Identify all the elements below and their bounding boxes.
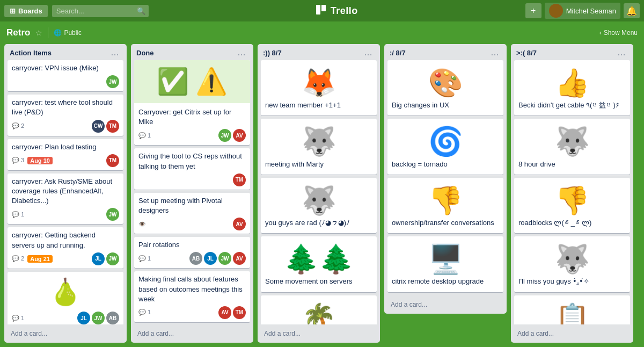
user-name: Mitchel Seaman — [566, 7, 616, 15]
card-members: AVTM — [218, 306, 246, 319]
list-header-positive: :)) 8/7… — [258, 44, 380, 60]
card-meta: 👁️AV — [138, 218, 246, 230]
table-row[interactable]: carryover: Getting backend servers up an… — [8, 227, 123, 268]
card-comment-count: 💬 3 — [12, 157, 24, 164]
table-row[interactable]: 🐺meeting with Marty — [261, 119, 377, 174]
add-card-button-meh[interactable]: Add a card... — [389, 299, 502, 310]
table-row[interactable]: 🎨Big changes in UX — [387, 60, 503, 115]
list-menu-button-meh[interactable]: … — [488, 48, 501, 57]
list-menu-button-positive[interactable]: … — [362, 48, 375, 57]
show-menu-button[interactable]: ‹ Show Menu — [599, 29, 638, 37]
list-title-negative: >:( 8/7 — [516, 49, 537, 57]
list-menu-button-action-items[interactable]: … — [108, 48, 121, 57]
list-title-done: Done — [136, 49, 154, 57]
card-emoji: 🎨 — [392, 63, 499, 100]
card-text: Pair rotations — [138, 240, 246, 250]
table-row[interactable]: Giving the tool to CS reps without talki… — [134, 148, 250, 189]
card-emoji: 🌴 — [265, 299, 372, 325]
card-comment-count: 💬 1 — [12, 315, 24, 322]
add-card-button-negative[interactable]: Add a card... — [515, 328, 629, 339]
table-row[interactable]: carryover: Plan load testing💬 3Aug 10TM — [8, 139, 123, 170]
card-emoji: 👎 — [518, 181, 626, 218]
table-row[interactable]: carryover: VPN issue (Mike)JW — [8, 60, 123, 91]
card-watch-icon: 👁️ — [138, 221, 146, 228]
card-comment-count: 💬 1 — [138, 255, 151, 262]
board-title: Retro — [6, 27, 30, 38]
add-card-button-done[interactable]: Add a card... — [135, 328, 249, 339]
table-row[interactable]: 👍Becki didn't get cable ٩(ఠ益ఠ)۶ — [514, 60, 630, 115]
list-menu-button-negative[interactable]: … — [615, 48, 628, 57]
card-emoji: 👍 — [518, 63, 626, 100]
list-title-action-items: Action Items — [10, 49, 52, 57]
table-row[interactable]: 🖥️citrix remote desktop upgrade — [387, 236, 503, 292]
card-members: JLJW — [92, 252, 119, 265]
table-row[interactable]: 🍐💬 1JLJWAB — [8, 272, 123, 324]
list-cards-action-items: carryover: VPN issue (Mike)JWcarryover: … — [4, 60, 127, 324]
card-meta: 💬 1JWAV — [138, 129, 246, 142]
card-members: TM — [233, 174, 246, 186]
table-row[interactable]: 🐺you guys are rad (ﾉ◕ヮ◕)ﾉ — [261, 178, 377, 233]
member-avatar-AV: AV — [233, 252, 246, 265]
add-button[interactable]: + — [525, 3, 541, 18]
search-input[interactable] — [52, 5, 149, 17]
member-avatar-JL: JL — [204, 252, 217, 265]
member-avatar-AV: AV — [233, 129, 246, 142]
card-text: carryover: test where tool should live (… — [12, 98, 119, 117]
table-row[interactable]: 🌀backlog = tornado — [387, 119, 503, 174]
card-text: carryover: Ask Rusty/SME about coverage … — [12, 177, 119, 206]
add-card-button-positive[interactable]: Add a card... — [262, 328, 376, 339]
table-row[interactable]: 🐺8 hour drive — [514, 119, 630, 174]
table-row[interactable]: 🐺I'll miss you guys •̀.̫•́✧ — [514, 236, 630, 292]
table-row[interactable]: ✅⚠️Carryover: get Citrix set up for Mike… — [134, 60, 250, 145]
board-header: Retro ☆ 🌐 Public ‹ Show Menu — [0, 21, 644, 44]
table-row[interactable]: 🌴vacation — [261, 295, 377, 325]
star-icon[interactable]: ☆ — [35, 28, 42, 37]
table-row[interactable]: 🌲🌲Some movement on servers — [261, 236, 377, 292]
member-avatar-JL: JL — [77, 312, 90, 324]
table-row[interactable]: carryover: Ask Rusty/SME about coverage … — [8, 174, 123, 225]
table-row[interactable]: 📋Justin lot's of meetings,emails and for… — [514, 295, 630, 325]
table-row[interactable]: Pair rotations💬 1ABJLJWAV — [134, 237, 250, 268]
list-menu-button-done[interactable]: … — [235, 48, 248, 57]
card-text: meeting with Marty — [265, 160, 372, 169]
list-header-action-items: Action Items… — [4, 44, 127, 60]
boards-label: Boards — [18, 7, 42, 15]
card-meta: JW — [12, 75, 119, 88]
member-avatar-AB: AB — [189, 252, 202, 265]
table-row[interactable]: 🦊new team member +1+1 — [261, 60, 377, 115]
list-cards-meh: 🎨Big changes in UX🌀backlog = tornado👎own… — [384, 60, 507, 295]
member-avatar-AV: AV — [233, 218, 246, 230]
user-menu-button[interactable]: Mitchel Seaman — [545, 3, 620, 19]
add-card-button-action-items[interactable]: Add a card... — [9, 328, 122, 339]
member-avatar-JW: JW — [106, 75, 119, 88]
member-avatar-JW: JW — [106, 252, 119, 265]
table-row[interactable]: carryover: test where tool should live (… — [8, 95, 123, 135]
member-avatar-TM: TM — [106, 120, 119, 133]
member-avatar-TM: TM — [233, 174, 246, 186]
table-row[interactable]: 👎ownership/transfer conversations — [387, 178, 503, 233]
table-row[interactable]: 👎roadblocks ლ(ಠ_ಠლ) — [514, 178, 630, 233]
trello-logo: Trello — [316, 5, 358, 17]
card-due-date: Aug 21 — [27, 255, 53, 263]
card-comment-count: 💬 1 — [138, 309, 151, 316]
board-visibility: 🌐 Public — [54, 29, 82, 37]
list-action-items: Action Items…carryover: VPN issue (Mike)… — [4, 44, 127, 343]
card-comment-count: 💬 1 — [138, 132, 151, 139]
member-avatar-AV: AV — [218, 306, 231, 319]
list-cards-positive: 🦊new team member +1+1🐺meeting with Marty… — [258, 60, 380, 324]
notification-button[interactable]: 🔔 — [624, 3, 640, 18]
list-header-negative: >:( 8/7… — [511, 44, 633, 60]
list-done: Done…✅⚠️Carryover: get Citrix set up for… — [131, 44, 253, 343]
table-row[interactable]: Set up meeting with Pivotal designers👁️A… — [134, 193, 250, 234]
list-title-positive: :)) 8/7 — [263, 49, 282, 57]
visibility-label: Public — [64, 29, 82, 37]
card-members: JW — [106, 208, 119, 221]
table-row[interactable]: Making final calls about features based … — [134, 271, 250, 322]
card-cover: ✅⚠️ — [134, 60, 250, 103]
list-footer-done: Add a card... — [131, 324, 253, 343]
add-icon: + — [531, 6, 536, 16]
avatar — [549, 4, 563, 18]
member-avatar-TM: TM — [106, 154, 119, 167]
card-members: AV — [233, 218, 246, 230]
boards-button[interactable]: ⊞ Boards — [4, 5, 48, 17]
